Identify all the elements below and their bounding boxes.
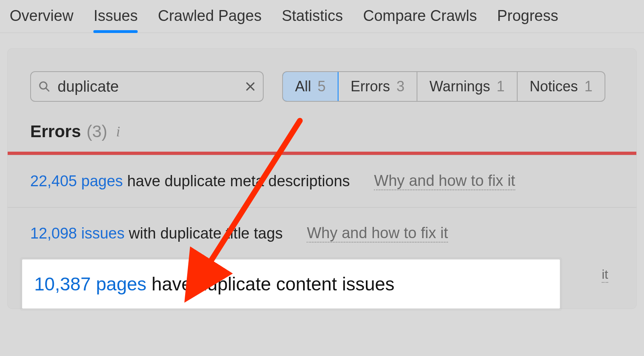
filter-label: Errors [351,78,390,95]
search-value: duplicate [58,78,238,95]
filter-count: 1 [584,78,592,95]
tab-progress[interactable]: Progress [497,7,558,33]
issue-count-link[interactable]: 12,098 issues [30,225,125,242]
filter-count: 1 [497,78,505,95]
issue-description: have duplicate content issues [147,274,394,294]
section-title: Errors [30,122,81,141]
tab-statistics[interactable]: Statistics [282,7,343,33]
tab-crawled-pages[interactable]: Crawled Pages [158,7,262,33]
svg-line-1 [46,88,49,91]
filter-count: 5 [318,78,326,95]
issue-text: 10,387 pages have duplicate content issu… [34,273,394,295]
errors-section-header: Errors (3) i [8,119,636,152]
issue-row[interactable]: 22,405 pages have duplicate meta descrip… [8,155,636,207]
clear-search-button[interactable] [245,78,256,95]
issue-text: 12,098 issues with duplicate title tags [30,225,283,242]
tab-compare-crawls[interactable]: Compare Crawls [363,7,477,33]
issue-count-link[interactable]: 22,405 pages [30,173,123,189]
issues-panel: duplicate All 5 Errors 3 Warnings 1 [7,48,637,309]
top-tabs: Overview Issues Crawled Pages Statistics… [0,0,644,33]
section-divider [8,152,636,155]
tab-overview[interactable]: Overview [10,7,73,33]
filter-label: All [295,78,311,95]
issue-description: have duplicate meta descriptions [123,173,350,189]
issue-text: 22,405 pages have duplicate meta descrip… [30,173,350,190]
section-count: (3) [87,122,107,141]
filter-label: Warnings [429,78,490,95]
issue-description: with duplicate title tags [125,225,283,242]
panel-top-row: duplicate All 5 Errors 3 Warnings 1 [8,71,636,119]
filter-all[interactable]: All 5 [282,71,339,102]
filter-chips: All 5 Errors 3 Warnings 1 Notices 1 [282,71,605,102]
search-input[interactable]: duplicate [30,71,264,102]
tab-issues[interactable]: Issues [93,7,138,33]
info-icon[interactable]: i [116,123,120,140]
filter-warnings[interactable]: Warnings 1 [417,72,518,101]
filter-label: Notices [530,78,578,95]
search-icon [38,80,50,93]
issue-count-link[interactable]: 10,387 pages [34,274,147,294]
fix-it-link[interactable]: Why and how to fix it [307,224,448,243]
filter-errors[interactable]: Errors 3 [339,72,417,101]
issue-row-highlighted[interactable]: 10,387 pages have duplicate content issu… [22,259,560,309]
issue-row[interactable]: 12,098 issues with duplicate title tags … [8,207,636,259]
fix-it-link[interactable]: Why and how to fix it [374,172,515,190]
close-icon [245,81,256,92]
filter-notices[interactable]: Notices 1 [518,72,605,101]
filter-count: 3 [396,78,405,95]
fix-it-link-partial: it [602,267,608,283]
